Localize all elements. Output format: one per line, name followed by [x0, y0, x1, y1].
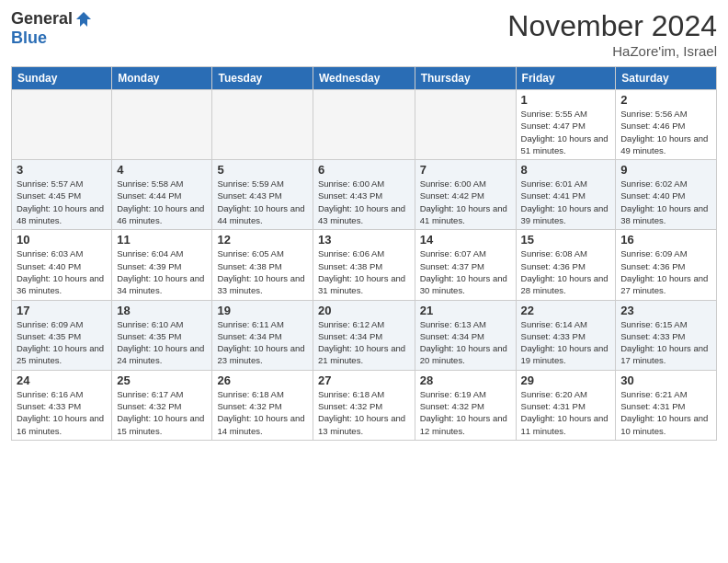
day-info: Sunrise: 5:59 AMSunset: 4:43 PMDaylight:…	[217, 178, 307, 226]
table-row: 24Sunrise: 6:16 AMSunset: 4:33 PMDayligh…	[12, 370, 112, 440]
calendar-week-row: 1Sunrise: 5:55 AMSunset: 4:47 PMDaylight…	[12, 90, 717, 160]
table-row: 25Sunrise: 6:17 AMSunset: 4:32 PMDayligh…	[112, 370, 212, 440]
calendar-week-row: 17Sunrise: 6:09 AMSunset: 4:35 PMDayligh…	[12, 300, 717, 370]
table-row: 20Sunrise: 6:12 AMSunset: 4:34 PMDayligh…	[313, 300, 415, 370]
table-row: 21Sunrise: 6:13 AMSunset: 4:34 PMDayligh…	[415, 300, 516, 370]
table-row: 11Sunrise: 6:04 AMSunset: 4:39 PMDayligh…	[112, 230, 212, 300]
table-row: 17Sunrise: 6:09 AMSunset: 4:35 PMDayligh…	[12, 300, 112, 370]
day-number: 21	[420, 304, 511, 317]
calendar-week-row: 24Sunrise: 6:16 AMSunset: 4:33 PMDayligh…	[12, 370, 717, 440]
day-number: 17	[17, 304, 107, 317]
day-number: 9	[620, 163, 711, 177]
table-row: 3Sunrise: 5:57 AMSunset: 4:45 PMDaylight…	[12, 160, 112, 230]
day-number: 11	[117, 233, 207, 247]
header-saturday: Saturday	[616, 67, 717, 90]
day-number: 10	[17, 233, 107, 247]
day-number: 25	[117, 373, 207, 387]
table-row: 6Sunrise: 6:00 AMSunset: 4:43 PMDaylight…	[313, 160, 415, 230]
logo-general-text: General	[11, 9, 73, 29]
header-monday: Monday	[112, 67, 212, 90]
day-info: Sunrise: 6:04 AMSunset: 4:39 PMDaylight:…	[117, 247, 207, 296]
day-info: Sunrise: 6:02 AMSunset: 4:40 PMDaylight:…	[620, 178, 711, 226]
header-sunday: Sunday	[12, 67, 112, 90]
day-info: Sunrise: 6:18 AMSunset: 4:32 PMDaylight:…	[217, 388, 307, 437]
day-info: Sunrise: 6:20 AMSunset: 4:31 PMDaylight:…	[521, 388, 611, 437]
day-number: 30	[620, 373, 711, 387]
day-number: 4	[117, 163, 207, 177]
day-info: Sunrise: 6:11 AMSunset: 4:34 PMDaylight:…	[217, 318, 307, 367]
day-number: 29	[521, 373, 611, 387]
day-number: 23	[620, 304, 711, 317]
day-number: 16	[620, 233, 711, 247]
day-number: 6	[318, 163, 410, 177]
table-row: 18Sunrise: 6:10 AMSunset: 4:35 PMDayligh…	[112, 300, 212, 370]
table-row	[12, 90, 112, 160]
calendar-week-row: 10Sunrise: 6:03 AMSunset: 4:40 PMDayligh…	[12, 230, 717, 300]
day-number: 1	[521, 93, 611, 107]
day-number: 13	[318, 233, 410, 247]
day-number: 20	[318, 304, 410, 317]
table-row: 4Sunrise: 5:58 AMSunset: 4:44 PMDaylight…	[112, 160, 212, 230]
day-info: Sunrise: 6:18 AMSunset: 4:32 PMDaylight:…	[318, 388, 410, 437]
day-number: 15	[521, 233, 611, 247]
day-number: 27	[318, 373, 410, 387]
table-row: 5Sunrise: 5:59 AMSunset: 4:43 PMDaylight…	[212, 160, 313, 230]
table-row: 23Sunrise: 6:15 AMSunset: 4:33 PMDayligh…	[616, 300, 717, 370]
calendar-week-row: 3Sunrise: 5:57 AMSunset: 4:45 PMDaylight…	[12, 160, 717, 230]
logo-icon	[74, 10, 93, 29]
day-info: Sunrise: 6:19 AMSunset: 4:32 PMDaylight:…	[420, 388, 511, 437]
day-number: 12	[217, 233, 307, 247]
table-row: 28Sunrise: 6:19 AMSunset: 4:32 PMDayligh…	[415, 370, 516, 440]
day-number: 22	[521, 304, 611, 317]
page-container: General Blue November 2024 HaZore'im, Is…	[0, 0, 728, 448]
table-row: 29Sunrise: 6:20 AMSunset: 4:31 PMDayligh…	[516, 370, 616, 440]
day-number: 14	[420, 233, 511, 247]
day-info: Sunrise: 6:12 AMSunset: 4:34 PMDaylight:…	[318, 318, 410, 367]
table-row: 16Sunrise: 6:09 AMSunset: 4:36 PMDayligh…	[616, 230, 717, 300]
title-block: November 2024 HaZore'im, Israel	[507, 9, 717, 59]
day-info: Sunrise: 6:16 AMSunset: 4:33 PMDaylight:…	[17, 388, 107, 437]
day-info: Sunrise: 6:07 AMSunset: 4:37 PMDaylight:…	[420, 247, 511, 296]
day-info: Sunrise: 6:08 AMSunset: 4:36 PMDaylight:…	[521, 247, 611, 296]
day-info: Sunrise: 6:09 AMSunset: 4:36 PMDaylight:…	[620, 247, 711, 296]
table-row: 30Sunrise: 6:21 AMSunset: 4:31 PMDayligh…	[616, 370, 717, 440]
table-row: 13Sunrise: 6:06 AMSunset: 4:38 PMDayligh…	[313, 230, 415, 300]
day-info: Sunrise: 6:05 AMSunset: 4:38 PMDaylight:…	[217, 247, 307, 296]
day-number: 8	[521, 163, 611, 177]
calendar-table: Sunday Monday Tuesday Wednesday Thursday…	[11, 66, 717, 441]
table-row	[212, 90, 313, 160]
day-info: Sunrise: 6:10 AMSunset: 4:35 PMDaylight:…	[117, 318, 207, 367]
day-info: Sunrise: 6:00 AMSunset: 4:43 PMDaylight:…	[318, 178, 410, 226]
location: HaZore'im, Israel	[507, 43, 717, 59]
table-row: 15Sunrise: 6:08 AMSunset: 4:36 PMDayligh…	[516, 230, 616, 300]
table-row	[112, 90, 212, 160]
table-row: 8Sunrise: 6:01 AMSunset: 4:41 PMDaylight…	[516, 160, 616, 230]
day-info: Sunrise: 6:06 AMSunset: 4:38 PMDaylight:…	[318, 247, 410, 296]
day-number: 18	[117, 304, 207, 317]
table-row	[313, 90, 415, 160]
day-number: 3	[17, 163, 107, 177]
day-info: Sunrise: 6:14 AMSunset: 4:33 PMDaylight:…	[521, 318, 611, 367]
day-number: 28	[420, 373, 511, 387]
day-info: Sunrise: 6:01 AMSunset: 4:41 PMDaylight:…	[521, 178, 611, 226]
day-info: Sunrise: 6:09 AMSunset: 4:35 PMDaylight:…	[17, 318, 107, 367]
day-number: 19	[217, 304, 307, 317]
table-row: 22Sunrise: 6:14 AMSunset: 4:33 PMDayligh…	[516, 300, 616, 370]
header-thursday: Thursday	[415, 67, 516, 90]
day-number: 7	[420, 163, 511, 177]
day-info: Sunrise: 6:03 AMSunset: 4:40 PMDaylight:…	[17, 247, 107, 296]
day-number: 5	[217, 163, 307, 177]
table-row: 1Sunrise: 5:55 AMSunset: 4:47 PMDaylight…	[516, 90, 616, 160]
day-number: 26	[217, 373, 307, 387]
day-number: 24	[17, 373, 107, 387]
table-row: 27Sunrise: 6:18 AMSunset: 4:32 PMDayligh…	[313, 370, 415, 440]
table-row: 7Sunrise: 6:00 AMSunset: 4:42 PMDaylight…	[415, 160, 516, 230]
header: General Blue November 2024 HaZore'im, Is…	[11, 9, 717, 59]
svg-marker-0	[76, 12, 91, 27]
table-row: 10Sunrise: 6:03 AMSunset: 4:40 PMDayligh…	[12, 230, 112, 300]
day-info: Sunrise: 6:15 AMSunset: 4:33 PMDaylight:…	[620, 318, 711, 367]
day-info: Sunrise: 6:17 AMSunset: 4:32 PMDaylight:…	[117, 388, 207, 437]
table-row: 9Sunrise: 6:02 AMSunset: 4:40 PMDaylight…	[616, 160, 717, 230]
day-info: Sunrise: 5:58 AMSunset: 4:44 PMDaylight:…	[117, 178, 207, 226]
weekday-header-row: Sunday Monday Tuesday Wednesday Thursday…	[12, 67, 717, 90]
